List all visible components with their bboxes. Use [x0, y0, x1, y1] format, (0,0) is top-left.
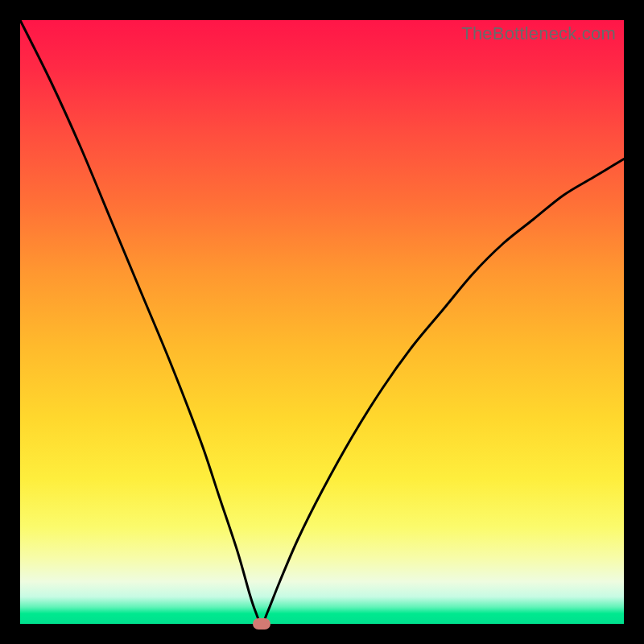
bottleneck-curve: [20, 20, 624, 624]
chart-frame: TheBottleneck.com: [0, 0, 644, 644]
plot-area: TheBottleneck.com: [20, 20, 624, 624]
optimal-point-marker: [253, 618, 270, 630]
